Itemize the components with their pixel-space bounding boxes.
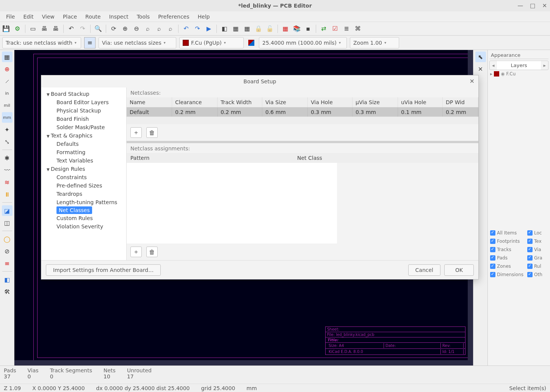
cursor-shape-icon[interactable]: ✦ [2, 124, 13, 135]
local-ratsnest-icon[interactable]: ✕ [475, 64, 486, 74]
pad-outline-icon[interactable]: ◯ [2, 234, 13, 244]
tree-custom-rules[interactable]: Custom Rules [41, 214, 126, 222]
plot-icon[interactable]: 🖶 [51, 24, 60, 33]
mirror-v-icon[interactable]: ▶ [204, 24, 213, 33]
chk-zones[interactable] [490, 264, 495, 269]
ungroup-icon[interactable]: ▦ [243, 24, 252, 33]
contrast-icon[interactable]: ◧ [2, 274, 13, 285]
via-outline-icon[interactable]: ⊘ [2, 246, 13, 256]
zone-display-icon[interactable]: ◪ [2, 205, 13, 216]
tree-text-variables[interactable]: Text Variables [41, 156, 126, 165]
cell-viahole[interactable]: 0.3 mm [308, 108, 353, 117]
tree-violation-severity[interactable]: Violation Severity [41, 222, 126, 231]
tab-next-icon[interactable]: ▸ [541, 61, 548, 70]
canvas-scrollbar-h[interactable] [14, 360, 468, 365]
board-setup-icon[interactable]: ⚙ [13, 24, 22, 33]
footprint-editor-icon[interactable]: ▦ [281, 24, 290, 33]
cell-uviahole[interactable]: 0.1 mm [398, 108, 443, 117]
chk-gra[interactable] [527, 255, 533, 261]
menu-route[interactable]: Route [81, 12, 105, 21]
chk-loc[interactable] [527, 230, 533, 236]
track-outline-icon[interactable]: ≡ [2, 258, 13, 269]
tree-defaults[interactable]: Defaults [41, 140, 126, 148]
col-name[interactable]: Name [127, 97, 172, 107]
zoom-objects-icon[interactable]: ⌕ [155, 24, 164, 33]
page-settings-icon[interactable]: ▭ [28, 24, 38, 33]
col-clearance[interactable]: Clearance [172, 97, 218, 107]
chk-pads[interactable] [490, 255, 495, 261]
scripting-icon[interactable]: ⌘ [353, 24, 362, 33]
minimize-icon[interactable]: — [517, 2, 523, 9]
dialog-close-icon[interactable]: ✕ [470, 78, 475, 85]
chk-tracks[interactable] [490, 247, 495, 252]
col-dp-width[interactable]: DP Wid [443, 97, 478, 107]
col-uvia-size[interactable]: μVia Size [353, 97, 398, 107]
menu-view[interactable]: View [38, 12, 58, 21]
redo-icon[interactable]: ↷ [78, 24, 87, 33]
zoom-in-icon[interactable]: ⊕ [121, 24, 130, 33]
col-net-class[interactable]: Net Class [293, 153, 326, 163]
footprint-browser-icon[interactable]: 📚 [292, 24, 301, 33]
update-pcb-icon[interactable]: ⇄ [319, 24, 328, 33]
chk-tex[interactable] [527, 239, 533, 244]
snap-icon[interactable]: ⊕ [2, 64, 13, 74]
rotate-ccw-icon[interactable]: ↶ [182, 24, 191, 33]
chk-all-items[interactable] [490, 230, 495, 236]
track-width-combo[interactable]: Track: use netclass width▾ [2, 37, 81, 48]
tree-length-tuning[interactable]: Length-tuning Patterns [41, 198, 126, 206]
origin-icon[interactable]: ⤡ [2, 136, 13, 147]
3d-viewer-icon[interactable]: ▪ [304, 24, 313, 33]
layer-combo[interactable]: F.Cu (PgUp)▾ [179, 37, 244, 48]
add-assignment-button[interactable]: ＋ [130, 247, 142, 257]
tree-board-stackup[interactable]: Board Stackup [41, 90, 126, 98]
zone-outlines-icon[interactable]: ◫ [2, 217, 13, 228]
tree-design-rules[interactable]: Design Rules [41, 165, 126, 173]
group-icon[interactable]: ▦ [231, 24, 240, 33]
delete-netclass-button[interactable]: 🗑 [146, 127, 158, 138]
tree-constraints[interactable]: Constraints [41, 173, 126, 181]
maximize-icon[interactable]: □ [530, 2, 535, 9]
cancel-button[interactable]: Cancel [408, 264, 440, 276]
col-track-width[interactable]: Track Width [218, 97, 262, 107]
cell-viasize[interactable]: 0.6 mm [262, 108, 308, 117]
rotate-cw-icon[interactable]: ↷ [193, 24, 202, 33]
col-via-size[interactable]: Via Size [262, 97, 308, 107]
layer-pair-icon[interactable] [247, 38, 256, 47]
cell-name[interactable]: Default [127, 108, 172, 117]
tab-layers[interactable]: Layers [497, 61, 541, 70]
lock-icon[interactable]: 🔒 [254, 24, 263, 33]
tree-net-classes[interactable]: Net Classes [56, 206, 92, 214]
chk-dimensions[interactable] [490, 272, 495, 277]
chk-via[interactable] [527, 247, 533, 252]
tree-text-graphics[interactable]: Text & Graphics [41, 131, 126, 140]
find-icon[interactable]: 🔍 [94, 24, 103, 33]
save-icon[interactable]: 💾 [2, 24, 11, 33]
ratsnest-icon[interactable]: ✱ [2, 153, 13, 163]
tree-board-editor-layers[interactable]: Board Editor Layers [41, 98, 126, 106]
units-mil-icon[interactable]: mil [2, 100, 13, 111]
import-settings-button[interactable]: Import Settings from Another Board… [46, 264, 161, 276]
via-size-combo[interactable]: Via: use netclass sizes▾ [99, 37, 176, 48]
drc-icon[interactable]: ☑ [331, 24, 340, 33]
tree-solder-mask-paste[interactable]: Solder Mask/Paste [41, 123, 126, 131]
col-via-hole[interactable]: Via Hole [308, 97, 353, 107]
chk-rul[interactable] [527, 264, 533, 269]
auto-track-width-icon[interactable]: ≡ [84, 37, 96, 48]
col-uvia-hole[interactable]: uVia Hole [398, 97, 443, 107]
cell-track[interactable]: 0.2 mm [218, 108, 262, 117]
delete-assignment-button[interactable]: 🗑 [146, 247, 158, 257]
tree-board-finish[interactable]: Board Finish [41, 115, 126, 123]
menu-place[interactable]: Place [59, 12, 81, 21]
zoom-out-icon[interactable]: ⊖ [132, 24, 141, 33]
chk-footprints[interactable] [490, 239, 495, 244]
apply-filters-icon[interactable]: ⏸ [2, 189, 13, 200]
grid-combo[interactable]: 25.4000 mm (1000.00 mils)▾ [259, 37, 347, 48]
select-tool-icon[interactable]: ⬉ [475, 52, 486, 62]
menu-tools[interactable]: Tools [133, 12, 154, 21]
zoom-selection-icon[interactable]: ⌕ [166, 24, 175, 33]
zoom-combo[interactable]: Zoom 1.00▾ [350, 37, 399, 48]
net-highlight-icon[interactable]: ≋ [2, 177, 13, 187]
assignments-grid[interactable] [127, 163, 337, 244]
zoom-fit-icon[interactable]: ⌕ [143, 24, 152, 33]
cell-dp[interactable]: 0.2 mm [443, 108, 478, 117]
